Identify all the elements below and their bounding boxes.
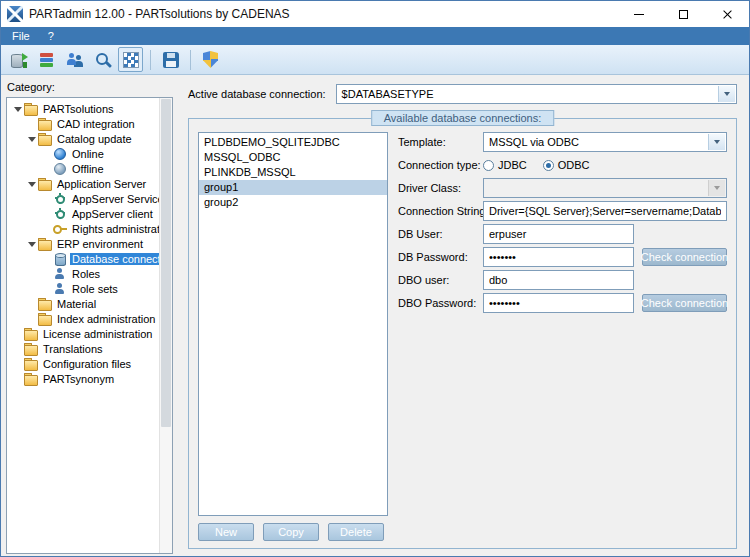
groupbox-title: Available database connections: bbox=[371, 110, 555, 126]
window-title: PARTadmin 12.00 - PARTsolutions by CADEN… bbox=[29, 7, 290, 21]
tree-item-partsynonym[interactable]: PARTsynonym bbox=[7, 371, 159, 386]
folder-icon bbox=[38, 177, 52, 190]
check-db-connection-button[interactable]: Check connection bbox=[642, 248, 727, 266]
expander-icon[interactable] bbox=[12, 103, 24, 115]
minimize-button[interactable] bbox=[617, 1, 661, 27]
tree-item-label: Configuration files bbox=[41, 358, 133, 370]
key-icon bbox=[53, 222, 67, 235]
tree-item-application-server[interactable]: Application Server bbox=[7, 176, 159, 191]
tree-item-label: CAD integration bbox=[55, 118, 137, 130]
expander-icon[interactable] bbox=[26, 133, 38, 145]
tree-item-rights-administration[interactable]: Rights administration bbox=[7, 221, 159, 236]
folder-icon bbox=[24, 327, 38, 340]
person-icon bbox=[53, 267, 67, 280]
active-connection-label: Active database connection: bbox=[188, 88, 326, 100]
check-dbo-connection-button[interactable]: Check connection bbox=[642, 294, 727, 312]
tree-scrollbar[interactable] bbox=[159, 98, 172, 553]
list-item[interactable]: MSSQL_ODBC bbox=[199, 150, 387, 165]
dbo-user-input[interactable] bbox=[483, 270, 634, 290]
expander-placeholder bbox=[26, 298, 38, 310]
tree-item-label: Catalog update bbox=[55, 133, 134, 145]
folder-icon bbox=[38, 297, 52, 310]
delete-button[interactable]: Delete bbox=[328, 523, 384, 541]
tree-scrollbar-thumb[interactable] bbox=[161, 99, 171, 427]
admin-elevation-button[interactable] bbox=[198, 47, 223, 72]
active-connection-combobox[interactable]: $DATABASETYPE bbox=[336, 84, 737, 104]
tree-item-label: Material bbox=[55, 298, 98, 310]
list-item[interactable]: PLDBDEMO_SQLITEJDBC bbox=[199, 135, 387, 150]
connection-string-label: Connection String: bbox=[398, 205, 483, 217]
tree-item-material[interactable]: Material bbox=[7, 296, 159, 311]
titlebar[interactable]: PARTadmin 12.00 - PARTsolutions by CADEN… bbox=[1, 1, 749, 27]
expander-placeholder bbox=[26, 118, 38, 130]
dropdown-arrow-icon[interactable] bbox=[718, 86, 735, 102]
close-button[interactable] bbox=[705, 1, 749, 27]
expander-placeholder bbox=[12, 358, 24, 370]
admin-shield-icon bbox=[203, 51, 218, 68]
tree-item-translations[interactable]: Translations bbox=[7, 341, 159, 356]
copy-button[interactable]: Copy bbox=[263, 523, 319, 541]
tree-item-offline[interactable]: Offline bbox=[7, 161, 159, 176]
radio-icon bbox=[483, 160, 494, 171]
tree-item-roles[interactable]: Roles bbox=[7, 266, 159, 281]
dbo-user-label: DBO user: bbox=[398, 274, 483, 286]
tree-item-database-connection[interactable]: Database connection bbox=[7, 251, 159, 266]
dropdown-arrow-icon bbox=[708, 180, 725, 196]
list-item-selected[interactable]: group1 bbox=[199, 180, 387, 195]
tree-item-erp-environment[interactable]: ERP environment bbox=[7, 236, 159, 251]
tree-item-label: Application Server bbox=[55, 178, 148, 190]
tree-item-online[interactable]: Online bbox=[7, 146, 159, 161]
catalog-update-button[interactable] bbox=[34, 47, 59, 72]
tree-item-license-administration[interactable]: License administration bbox=[7, 326, 159, 341]
dropdown-arrow-icon[interactable] bbox=[708, 134, 725, 150]
folder-icon bbox=[38, 237, 52, 250]
db-password-input[interactable] bbox=[483, 247, 634, 267]
user-administration-icon bbox=[66, 51, 84, 69]
expander-placeholder bbox=[12, 373, 24, 385]
menu-file[interactable]: File bbox=[3, 28, 39, 44]
toolbar-separator bbox=[150, 50, 151, 70]
database-sync-button[interactable] bbox=[6, 47, 31, 72]
tree-item-label: AppServer client bbox=[70, 208, 155, 220]
tree-item-partsolutions[interactable]: PARTsolutions bbox=[7, 101, 159, 116]
new-button[interactable]: New bbox=[198, 523, 254, 541]
tree-item-configuration-files[interactable]: Configuration files bbox=[7, 356, 159, 371]
save-icon bbox=[163, 52, 179, 68]
database-icon bbox=[53, 252, 67, 265]
database-connection-panel: Active database connection: $DATABASETYP… bbox=[173, 75, 749, 556]
menu-help[interactable]: ? bbox=[39, 28, 63, 44]
list-item[interactable]: PLINKDB_MSSQL bbox=[199, 165, 387, 180]
expander-icon[interactable] bbox=[26, 178, 38, 190]
tree-item-label: Online bbox=[70, 148, 106, 160]
tree-item-appserver-service[interactable]: AppServer Service bbox=[7, 191, 159, 206]
save-button[interactable] bbox=[158, 47, 183, 72]
maximize-button[interactable] bbox=[661, 1, 705, 27]
dbo-password-input[interactable] bbox=[483, 293, 634, 313]
connections-listbox[interactable]: PLDBDEMO_SQLITEJDBC MSSQL_ODBC PLINKDB_M… bbox=[198, 132, 388, 516]
jdbc-radio[interactable]: JDBC bbox=[483, 159, 527, 171]
odbc-radio[interactable]: ODBC bbox=[543, 159, 590, 171]
active-connection-value: $DATABASETYPE bbox=[342, 88, 434, 100]
tree-item-appserver-client[interactable]: AppServer client bbox=[7, 206, 159, 221]
tree-item-role-sets[interactable]: Role sets bbox=[7, 281, 159, 296]
driver-class-combobox bbox=[483, 178, 727, 198]
tree-item-label: Index administration bbox=[55, 313, 157, 325]
connection-string-input[interactable] bbox=[483, 201, 727, 221]
tree-item-catalog-update[interactable]: Catalog update bbox=[7, 131, 159, 146]
catalog-update-icon bbox=[38, 51, 56, 69]
index-search-button[interactable] bbox=[90, 47, 115, 72]
category-label: Category: bbox=[7, 81, 173, 93]
db-user-input[interactable] bbox=[483, 224, 634, 244]
erp-environment-button[interactable] bbox=[118, 47, 143, 72]
user-administration-button[interactable] bbox=[62, 47, 87, 72]
tree-item-index-administration[interactable]: Index administration bbox=[7, 311, 159, 326]
expander-placeholder bbox=[26, 313, 38, 325]
minimize-icon bbox=[634, 14, 644, 15]
tree-item-label: Rights administration bbox=[70, 223, 159, 235]
toolbar bbox=[1, 45, 749, 75]
list-item[interactable]: group2 bbox=[199, 195, 387, 210]
template-combobox[interactable]: MSSQL via ODBC bbox=[483, 132, 727, 152]
maximize-icon bbox=[679, 10, 688, 19]
tree-item-cad-integration[interactable]: CAD integration bbox=[7, 116, 159, 131]
expander-icon[interactable] bbox=[26, 238, 38, 250]
